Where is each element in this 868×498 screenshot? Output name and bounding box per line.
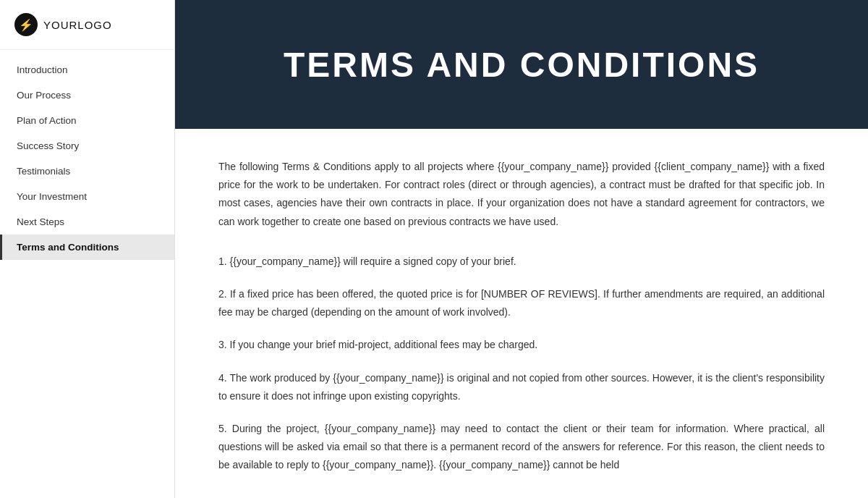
intro-paragraph: The following Terms & Conditions apply t… (218, 158, 825, 231)
sidebar-item-testimonials[interactable]: Testimonials (0, 159, 174, 184)
numbered-item-2: 2. If a fixed price has been offered, th… (218, 285, 825, 321)
sidebar-item-next-steps[interactable]: Next Steps (0, 209, 174, 235)
sidebar-item-success-story[interactable]: Success Story (0, 133, 174, 159)
sidebar: ⚡ YOURLOGO IntroductionOur ProcessPlan o… (0, 0, 175, 498)
lightning-icon: ⚡ (19, 18, 33, 32)
logo-icon: ⚡ (14, 13, 38, 36)
numbered-item-4: 4. The work produced by {{your_company_n… (218, 369, 825, 405)
sidebar-item-your-investment[interactable]: Your Investment (0, 184, 174, 209)
sidebar-item-terms-and-conditions[interactable]: Terms and Conditions (0, 235, 174, 260)
logo-bold: YOUR (43, 19, 77, 31)
hero-banner: TERMS AND CONDITIONS (175, 0, 868, 129)
sidebar-nav: IntroductionOur ProcessPlan of ActionSuc… (0, 50, 174, 498)
main-content: TERMS AND CONDITIONS The following Terms… (175, 0, 868, 498)
sidebar-item-introduction[interactable]: Introduction (0, 57, 174, 83)
sidebar-item-our-process[interactable]: Our Process (0, 83, 174, 108)
logo-area: ⚡ YOURLOGO (0, 0, 174, 50)
logo-text: YOURLOGO (43, 19, 112, 31)
sidebar-item-plan-of-action[interactable]: Plan of Action (0, 108, 174, 133)
content-body: The following Terms & Conditions apply t… (175, 129, 868, 498)
page-title: TERMS AND CONDITIONS (284, 45, 760, 85)
numbered-item-3: 3. If you change your brief mid-project,… (218, 336, 825, 354)
logo-light: LOGO (77, 19, 111, 31)
numbered-item-1: 1. {{your_company_name}} will require a … (218, 253, 825, 271)
numbered-item-5: 5. During the project, {{your_company_na… (218, 420, 825, 475)
numbered-items-list: 1. {{your_company_name}} will require a … (218, 253, 825, 475)
